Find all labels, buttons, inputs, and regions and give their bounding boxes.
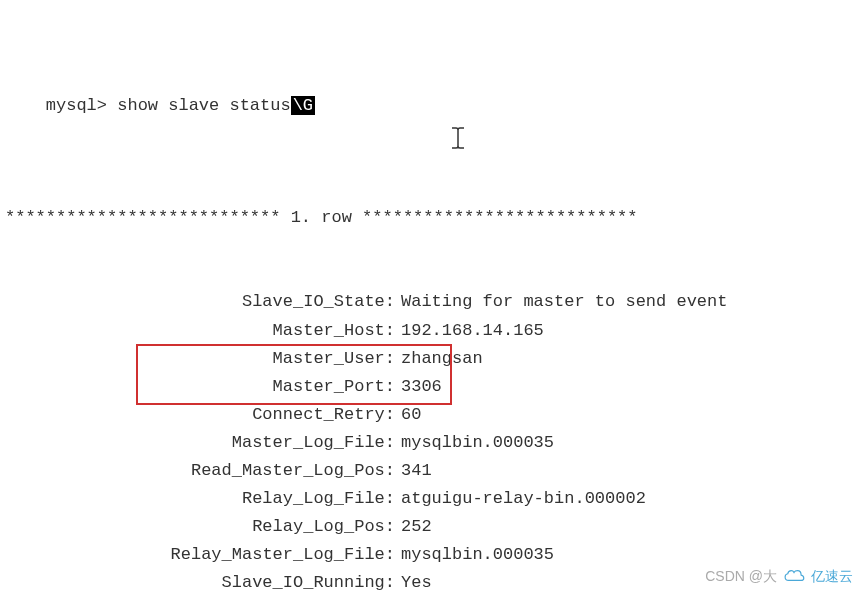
- watermark: CSDN @大 亿速云: [705, 565, 853, 588]
- status-value: 341: [395, 457, 432, 485]
- yisu-watermark: 亿速云: [811, 565, 853, 588]
- status-value: 3306: [395, 373, 442, 401]
- status-value: 60: [395, 401, 421, 429]
- status-key: Master_User:: [5, 345, 395, 373]
- status-value: Waiting for master to send event: [395, 288, 727, 316]
- status-key: Connect_Retry:: [5, 401, 395, 429]
- status-row: Relay_Log_Pos:252: [5, 513, 856, 541]
- status-key: Relay_Log_File:: [5, 485, 395, 513]
- status-value: 192.168.14.165: [395, 317, 544, 345]
- status-key: Read_Master_Log_Pos:: [5, 457, 395, 485]
- status-row: Slave_IO_State:Waiting for master to sen…: [5, 288, 856, 316]
- status-key: Slave_IO_State:: [5, 288, 395, 316]
- row-separator: *************************** 1. row *****…: [5, 204, 856, 232]
- status-row: Master_Log_File:mysqlbin.000035: [5, 429, 856, 457]
- status-key: Relay_Master_Log_File:: [5, 541, 395, 569]
- status-row: Master_Port:3306: [5, 373, 856, 401]
- status-row: Master_Host:192.168.14.165: [5, 317, 856, 345]
- status-value: Yes: [395, 569, 432, 597]
- status-list: Slave_IO_State:Waiting for master to sen…: [5, 288, 856, 598]
- command-line[interactable]: mysql> show slave status\G: [5, 64, 856, 148]
- status-value: atguigu-relay-bin.000002: [395, 485, 646, 513]
- status-value: zhangsan: [395, 345, 483, 373]
- status-value: mysqlbin.000035: [395, 429, 554, 457]
- status-key: Master_Port:: [5, 373, 395, 401]
- status-row: Master_User:zhangsan: [5, 345, 856, 373]
- status-row: Relay_Log_File:atguigu-relay-bin.000002: [5, 485, 856, 513]
- status-row: Connect_Retry:60: [5, 401, 856, 429]
- row-number: 1. row: [280, 204, 362, 232]
- stars-left: ***************************: [5, 204, 280, 232]
- terminal-output: mysql> show slave status\G *************…: [5, 8, 856, 598]
- status-key: Master_Host:: [5, 317, 395, 345]
- command-suffix: \G: [291, 96, 315, 115]
- status-key: Slave_IO_Running:: [5, 569, 395, 597]
- cloud-icon: [783, 568, 805, 584]
- status-key: Master_Log_File:: [5, 429, 395, 457]
- prompt: mysql>: [46, 96, 107, 115]
- status-key: Relay_Log_Pos:: [5, 513, 395, 541]
- command-text: show slave status: [117, 96, 290, 115]
- csdn-watermark: CSDN @大: [705, 565, 777, 588]
- stars-right: ***************************: [362, 204, 637, 232]
- status-row: Read_Master_Log_Pos:341: [5, 457, 856, 485]
- status-value: 252: [395, 513, 432, 541]
- status-value: mysqlbin.000035: [395, 541, 554, 569]
